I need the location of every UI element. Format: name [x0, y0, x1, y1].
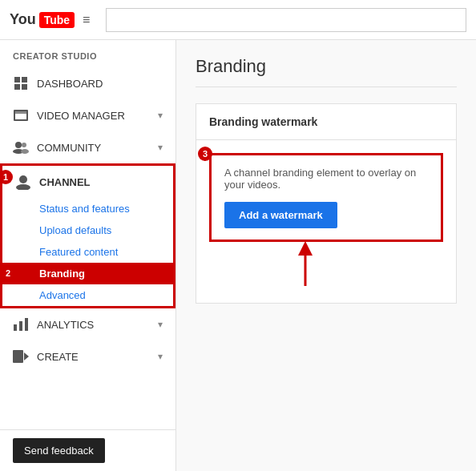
svg-rect-15: [25, 318, 28, 331]
svg-point-12: [16, 184, 30, 190]
channel-sub-status[interactable]: Status and features: [2, 198, 173, 219]
analytics-arrow: ▾: [158, 319, 163, 330]
svg-rect-6: [15, 111, 26, 114]
sidebar: CREATOR STUDIO DASHBOARD: [0, 40, 176, 471]
community-icon: [13, 139, 29, 155]
dashboard-label: DASHBOARD: [37, 78, 103, 90]
create-icon: [13, 348, 29, 364]
channel-sub-upload[interactable]: Upload defaults: [2, 219, 173, 241]
annotation-arrow: [257, 242, 353, 290]
watermark-description: A channel branding element to overlay on…: [224, 167, 428, 191]
video-manager-label: VIDEO MANAGER: [37, 110, 125, 122]
main-layout: CREATOR STUDIO DASHBOARD: [0, 40, 476, 471]
search-input[interactable]: [106, 8, 466, 32]
channel-sub-advanced[interactable]: Advanced: [2, 284, 173, 306]
annotation-badge-3: 3: [198, 147, 212, 161]
sidebar-item-channel[interactable]: CHANNEL: [2, 166, 173, 198]
youtube-logo: You Tube: [10, 11, 75, 28]
svg-rect-2: [14, 84, 20, 90]
add-watermark-button[interactable]: Add a watermark: [224, 202, 337, 228]
channel-icon: [15, 174, 31, 190]
header: You Tube ≡: [0, 0, 476, 40]
annotation-badge-2: 2: [1, 266, 15, 280]
branding-watermark-body: 3 A channel branding element to overlay …: [196, 140, 456, 303]
video-manager-icon: [13, 107, 29, 123]
create-arrow: ▾: [158, 351, 163, 362]
svg-point-11: [19, 175, 27, 183]
content-area: Branding Branding watermark 3 A channel …: [176, 40, 476, 471]
branding-watermark-section: Branding watermark 3 A channel branding …: [196, 103, 457, 304]
svg-rect-3: [22, 84, 27, 90]
channel-sub-featured[interactable]: Featured content: [2, 241, 173, 263]
menu-icon[interactable]: ≡: [83, 13, 90, 27]
branding-watermark-title: Branding watermark: [209, 115, 317, 128]
svg-point-8: [22, 143, 26, 147]
watermark-box: A channel branding element to overlay on…: [209, 153, 443, 242]
analytics-label: ANALYTICS: [37, 319, 94, 331]
community-label: COMMUNITY: [37, 142, 101, 154]
sidebar-item-community[interactable]: COMMUNITY ▾: [0, 131, 175, 163]
svg-marker-17: [24, 352, 29, 360]
sidebar-item-video-manager[interactable]: VIDEO MANAGER ▾: [0, 99, 175, 131]
video-manager-arrow: ▾: [158, 110, 163, 121]
sidebar-item-analytics[interactable]: ANALYTICS ▾: [0, 308, 175, 340]
channel-sub-items: Status and features Upload defaults Feat…: [2, 198, 173, 306]
svg-rect-14: [19, 321, 22, 331]
svg-rect-1: [22, 77, 27, 83]
svg-rect-13: [14, 324, 17, 331]
sidebar-item-dashboard[interactable]: DASHBOARD: [0, 67, 175, 99]
create-label: CREATE: [37, 351, 79, 363]
svg-point-7: [15, 142, 22, 148]
send-feedback-button[interactable]: Send feedback: [13, 438, 105, 463]
dashboard-icon: [13, 75, 29, 91]
sidebar-item-create[interactable]: CREATE ▾: [0, 340, 175, 372]
page-title: Branding: [196, 56, 457, 87]
svg-rect-16: [13, 350, 23, 363]
svg-rect-0: [14, 77, 20, 83]
arrow-annotation: [209, 242, 443, 290]
logo-you: You: [10, 11, 36, 28]
channel-label: CHANNEL: [39, 176, 91, 188]
branding-watermark-header: Branding watermark: [196, 104, 456, 140]
logo-tube: Tube: [39, 12, 75, 28]
footer: Send feedback: [0, 429, 175, 471]
analytics-icon: [13, 316, 29, 332]
community-arrow: ▾: [158, 142, 163, 153]
sidebar-title: CREATOR STUDIO: [0, 40, 175, 67]
channel-sub-branding[interactable]: Branding: [2, 263, 173, 284]
channel-section: CHANNEL Status and features Upload defau…: [0, 163, 175, 308]
svg-point-10: [21, 149, 29, 154]
